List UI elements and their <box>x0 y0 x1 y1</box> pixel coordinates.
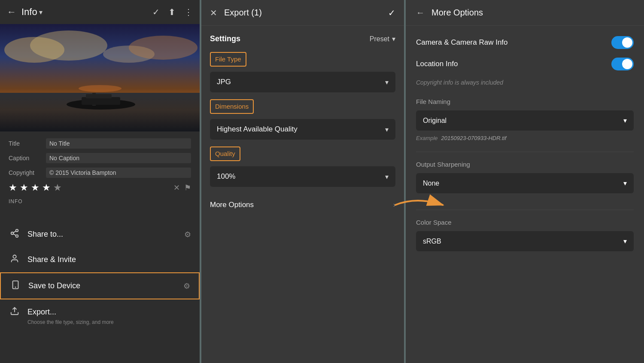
dimensions-section-box: Dimensions <box>210 99 254 114</box>
output-sharpening-dropdown[interactable]: None ▾ <box>416 173 634 193</box>
reject-flag-icon[interactable]: ✕ <box>173 183 180 192</box>
back-icon[interactable]: ← <box>7 6 16 18</box>
more-icon[interactable]: ⋮ <box>184 7 193 17</box>
info-title-text: Info <box>21 6 37 18</box>
svg-line-15 <box>13 234 16 235</box>
save-device-icon <box>9 280 21 292</box>
more-options-row[interactable]: More Options › <box>210 194 395 216</box>
left-header: ← Info ▾ ✓ ⬆ ⋮ <box>0 0 200 24</box>
share-to-gear-icon[interactable]: ⚙ <box>184 230 191 239</box>
output-sharpening-value: None <box>423 180 439 187</box>
share-to-menu-item[interactable]: Share to... ⚙ <box>0 222 200 247</box>
menu-items: Share to... ⚙ Share & Invite Save to Dev… <box>0 222 200 363</box>
location-info-toggle-row: Location Info <box>416 58 634 70</box>
svg-point-3 <box>30 31 107 61</box>
svg-point-14 <box>16 235 18 238</box>
quality-value: 100% <box>217 172 235 181</box>
info-title-container: Info ▾ <box>21 6 43 18</box>
dimensions-label: Dimensions <box>215 103 249 110</box>
flag-icons: ✕ ⚑ <box>173 183 191 192</box>
file-naming-chevron-icon: ▾ <box>623 116 627 125</box>
svg-point-13 <box>11 232 14 235</box>
file-type-value: JPG <box>217 78 231 86</box>
title-label: Title <box>9 140 41 147</box>
share-icon[interactable]: ⬆ <box>168 7 176 17</box>
svg-point-11 <box>79 85 122 92</box>
color-space-chevron-icon: ▾ <box>623 237 627 245</box>
star-4[interactable]: ★ <box>42 182 51 193</box>
copyright-note: Copyright info is always included <box>416 79 634 86</box>
location-info-label: Location Info <box>416 60 458 68</box>
more-options-label: More Options <box>210 201 254 209</box>
export-sub-text: Choose the file type, sizing, and more <box>27 319 114 325</box>
output-sharpening-chevron-icon: ▾ <box>623 179 627 187</box>
svg-point-12 <box>16 229 18 232</box>
left-panel: ← Info ▾ ✓ ⬆ ⋮ <box>0 0 200 363</box>
share-invite-icon <box>9 254 21 265</box>
header-right-icons: ✓ ⬆ ⋮ <box>152 7 193 17</box>
example-row: Example 20150923-070933-HDR.tif <box>416 135 634 141</box>
caption-label: Caption <box>9 155 41 162</box>
example-value: 20150923-070933-HDR.tif <box>441 135 507 141</box>
camera-raw-toggle[interactable] <box>611 36 634 49</box>
location-info-toggle[interactable] <box>611 58 634 70</box>
star-2[interactable]: ★ <box>20 182 28 193</box>
dimensions-value: Highest Available Quality <box>217 125 298 134</box>
color-space-dropdown[interactable]: sRGB ▾ <box>416 231 634 251</box>
export-label: Export... <box>27 308 56 317</box>
example-word: Example <box>416 135 438 141</box>
info-chevron-icon[interactable]: ▾ <box>39 8 43 16</box>
copyright-row: Copyright <box>9 168 191 178</box>
share-to-label: Share to... <box>27 230 63 239</box>
camera-raw-label: Camera & Camera Raw Info <box>416 38 508 47</box>
save-device-gear-icon[interactable]: ⚙ <box>183 281 190 291</box>
share-invite-menu-item[interactable]: Share & Invite <box>0 247 200 272</box>
preset-chevron-icon: ▾ <box>392 35 395 43</box>
quality-section-box: Quality <box>210 146 240 161</box>
export-top: Export... <box>9 306 191 318</box>
save-to-device-menu-item[interactable]: Save to Device ⚙ <box>0 272 200 299</box>
preset-button[interactable]: Preset ▾ <box>370 35 395 43</box>
svg-rect-10 <box>86 94 112 98</box>
save-to-device-label: Save to Device <box>28 281 80 290</box>
file-type-dropdown[interactable]: JPG ▾ <box>210 72 395 92</box>
copyright-label: Copyright <box>9 169 41 176</box>
pick-flag-icon[interactable]: ⚑ <box>184 183 191 192</box>
star-5[interactable]: ★ <box>53 182 62 193</box>
quality-dropdown[interactable]: 100% ▾ <box>210 166 395 187</box>
more-options-title: More Options <box>431 8 483 18</box>
copyright-input[interactable] <box>46 168 191 178</box>
middle-panel: ✕ Export (1) ✓ Settings Preset ▾ File Ty… <box>200 0 406 363</box>
file-type-label: File Type <box>215 55 241 63</box>
divider-1 <box>416 152 634 152</box>
right-header: ← More Options <box>406 0 644 26</box>
file-naming-dropdown[interactable]: Original ▾ <box>416 110 634 131</box>
svg-point-5 <box>129 36 197 60</box>
middle-header: ✕ Export (1) ✓ <box>201 0 404 26</box>
check-icon[interactable]: ✓ <box>152 7 160 17</box>
dimensions-chevron-icon: ▾ <box>385 125 389 134</box>
export-title: Export (1) <box>224 8 262 18</box>
color-space-label: Color Space <box>416 219 634 226</box>
dimensions-dropdown[interactable]: Highest Available Quality ▾ <box>210 119 395 140</box>
info-section-label: INFO <box>9 198 191 208</box>
annotation-arrow <box>391 192 451 218</box>
photo-area <box>0 24 200 131</box>
star-1[interactable]: ★ <box>9 182 17 193</box>
quality-label: Quality <box>215 150 235 157</box>
right-back-button[interactable]: ← <box>416 8 425 18</box>
export-confirm-button[interactable]: ✓ <box>388 8 395 18</box>
title-input[interactable] <box>46 138 191 149</box>
metadata-area: Title Caption Copyright ★ ★ ★ ★ ★ ✕ ⚑ IN… <box>0 131 200 222</box>
title-row: Title <box>9 138 191 149</box>
caption-row: Caption <box>9 153 191 163</box>
file-naming-value: Original <box>423 117 447 125</box>
svg-point-17 <box>13 255 16 258</box>
settings-label: Settings <box>210 34 240 43</box>
file-type-section-box: File Type <box>210 52 246 67</box>
export-menu-item[interactable]: Export... Choose the file type, sizing, … <box>0 299 200 332</box>
close-button[interactable]: ✕ <box>210 8 217 18</box>
caption-input[interactable] <box>46 153 191 163</box>
star-3[interactable]: ★ <box>31 182 39 193</box>
middle-content: Settings Preset ▾ File Type JPG ▾ Dimens… <box>201 26 404 363</box>
